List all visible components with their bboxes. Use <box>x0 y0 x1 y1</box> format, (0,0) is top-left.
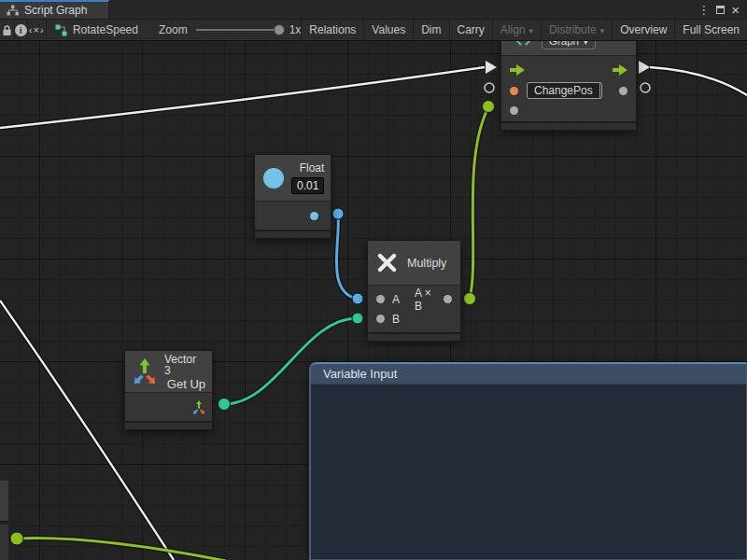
multiply-icon <box>377 253 397 273</box>
graph-name-label: RotateSpeed <box>73 23 138 36</box>
multiply-result-wire <box>470 107 488 299</box>
multiply-input-a-port[interactable] <box>352 293 363 304</box>
zoom-value: 1x <box>289 23 302 36</box>
zoom-label: Zoom <box>159 23 188 36</box>
variable-select[interactable]: ChangePos ▼ <box>527 82 602 99</box>
event-flow-in-triangle[interactable] <box>486 61 497 74</box>
dim-button[interactable]: Dim <box>413 20 448 40</box>
script-graph-icon <box>7 5 19 16</box>
float-wire <box>336 214 357 299</box>
graph-dropdown[interactable]: Graph <box>542 41 596 49</box>
event-value-input-port[interactable] <box>483 101 495 113</box>
event-extra-input-port[interactable] <box>510 106 518 115</box>
vector-wire <box>224 318 357 404</box>
distribute-dropdown-button[interactable]: Distribute <box>541 20 612 40</box>
lock-button[interactable] <box>0 20 15 40</box>
multiply-input-b-port[interactable] <box>352 313 363 324</box>
multiply-node[interactable]: Multiply A A × B B <box>367 240 461 342</box>
multiply-node-footer <box>368 332 460 341</box>
event-node-footer <box>501 121 636 130</box>
float-node-title: Float <box>300 161 325 175</box>
chevron-down-icon <box>529 23 534 36</box>
offscreen-node-fragment[interactable] <box>0 481 8 523</box>
float-node-footer <box>255 230 331 238</box>
graph-dropdown-label: Graph <box>549 41 579 47</box>
event-unconnected-port-left[interactable] <box>485 83 494 92</box>
variable-select-value: ChangePos <box>528 84 599 97</box>
script-graph-asset-icon <box>516 41 530 47</box>
event-node-header: Graph <box>501 41 636 56</box>
event-flow-out-triangle[interactable] <box>639 61 650 74</box>
vector-get-up-node[interactable]: Vector 3 Get Up <box>124 350 213 430</box>
float-node[interactable]: Float 0.01 <box>254 154 331 239</box>
multiply-a-inline-port[interactable] <box>376 295 385 303</box>
multiply-output-label: A × B <box>415 287 436 313</box>
vector-output-port[interactable] <box>218 399 231 411</box>
relations-button[interactable]: Relations <box>301 20 363 40</box>
maximize-icon[interactable] <box>716 6 725 14</box>
chevron-down-icon <box>600 23 605 36</box>
flow-wire-out-outline <box>650 67 747 95</box>
code-view-icon: ‹×› <box>29 24 45 35</box>
flow-in-arrow-icon[interactable] <box>510 64 525 76</box>
values-button[interactable]: Values <box>363 20 413 40</box>
kebab-menu-icon[interactable]: ⋮ <box>698 4 710 16</box>
float-output-port[interactable] <box>332 208 344 219</box>
chevron-down-icon <box>584 41 588 47</box>
green-wire-bottom-outline <box>17 539 226 560</box>
event-output-value-port[interactable] <box>619 87 627 95</box>
offscreen-node-fragment-footer <box>0 525 8 560</box>
flow-out-arrow-icon[interactable] <box>613 64 627 76</box>
graph-asset-icon <box>55 24 67 36</box>
green-wire-endpoint[interactable] <box>10 532 23 545</box>
multiply-input-a-label: A <box>392 293 400 306</box>
close-icon[interactable]: × <box>731 3 740 17</box>
align-dropdown-button[interactable]: Align <box>492 20 541 40</box>
code-view-button[interactable]: ‹×› <box>28 20 47 40</box>
multiply-node-title: Multiply <box>407 257 446 270</box>
tab-script-graph[interactable]: Script Graph <box>0 0 109 19</box>
graph-toolbar: i ‹×› RotateSpeed Zoom 1x Relations Valu <box>0 20 747 41</box>
float-type-icon <box>263 168 284 189</box>
zoom-slider[interactable] <box>196 29 282 31</box>
vector-node-category: Vector 3 <box>164 354 205 376</box>
flow-wire-out <box>650 67 747 95</box>
multiply-b-inline-port[interactable] <box>376 315 385 323</box>
vector3-port-icon[interactable] <box>191 399 206 415</box>
tab-bar-empty <box>109 0 698 19</box>
multiply-output-port[interactable] <box>464 293 476 305</box>
graph-canvas[interactable]: Variable Input <box>0 41 747 560</box>
script-graph-window: Script Graph ⋮ × i ‹×› <box>0 0 747 560</box>
variable-name-port[interactable] <box>510 87 518 95</box>
float-inline-output-port[interactable] <box>310 212 318 220</box>
vector-node-title: Get Up <box>167 378 205 390</box>
multiply-input-b-label: B <box>392 313 400 326</box>
vector-node-footer <box>125 421 212 429</box>
info-button[interactable]: i <box>15 20 28 40</box>
lock-icon <box>2 24 12 36</box>
chevron-down-icon: ▼ <box>599 83 602 98</box>
vector3-icon <box>132 357 158 386</box>
event-unconnected-port-right[interactable] <box>641 83 650 92</box>
multiply-out-inline-port[interactable] <box>444 295 452 303</box>
event-node[interactable]: Graph ChangePos ▼ <box>500 41 637 131</box>
graph-reference[interactable]: RotateSpeed <box>55 20 138 40</box>
carry-button[interactable]: Carry <box>449 20 492 40</box>
info-icon: i <box>15 24 27 36</box>
zoom-slider-handle[interactable] <box>274 24 285 35</box>
overview-button[interactable]: Overview <box>612 20 674 40</box>
tab-bar: Script Graph ⋮ × <box>0 0 747 20</box>
tab-label: Script Graph <box>24 4 87 17</box>
float-value-input[interactable]: 0.01 <box>291 177 324 194</box>
full-screen-button[interactable]: Full Screen <box>674 20 747 40</box>
